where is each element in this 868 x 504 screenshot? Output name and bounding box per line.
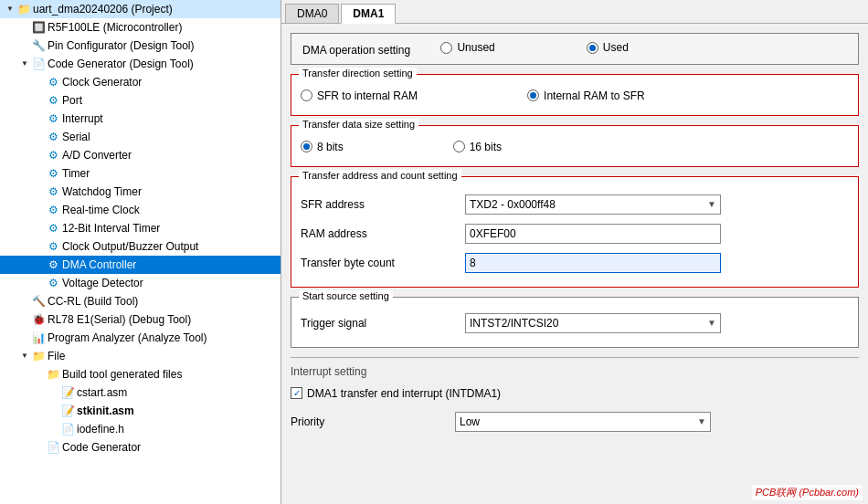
- expand-icon-build-files: [33, 368, 46, 381]
- 8bits-radio[interactable]: [301, 141, 312, 152]
- interrupt-section: Interrupt setting ✓ DMA1 transfer end in…: [291, 357, 859, 436]
- sfr-address-dropdown-arrow[interactable]: ▼: [707, 199, 716, 209]
- project-tree: ▼📁uart_dma20240206 (Project) 🔲R5F100LE (…: [0, 0, 281, 504]
- tree-item-cc-rl[interactable]: 🔨CC-RL (Build Tool): [0, 292, 281, 310]
- tree-item-timer[interactable]: ⚙Timer: [0, 164, 281, 183]
- tree-label-pin-config: Pin Configurator (Design Tool): [48, 37, 195, 54]
- tree-item-code-gen[interactable]: ▼📄Code Generator (Design Tool): [0, 55, 281, 73]
- sfr-address-input[interactable]: TXD2 - 0x000ff48 ▼: [465, 194, 721, 215]
- tree-item-clock-out[interactable]: ⚙Clock Output/Buzzer Output: [0, 237, 281, 256]
- tree-label-voltage: Voltage Detector: [62, 275, 143, 291]
- ram-address-input[interactable]: 0XFEF00: [465, 224, 721, 244]
- folder-icon: 📁: [31, 349, 46, 363]
- expand-icon-clock-out: [33, 240, 46, 253]
- expand-icon-cc-rl: [18, 295, 31, 308]
- tree-label-mcu: R5F100LE (Microcontroller): [48, 19, 182, 36]
- tree-item-watchdog[interactable]: ⚙Watchdog Timer: [0, 183, 281, 201]
- priority-value: Low: [460, 415, 480, 428]
- tree-item-code-gen2[interactable]: 📄Code Generator: [0, 438, 281, 457]
- tab-dma0[interactable]: DMA0: [285, 4, 339, 23]
- tree-item-stkinit[interactable]: 📝stkinit.asm: [0, 402, 281, 420]
- tree-item-mcu[interactable]: 🔲R5F100LE (Microcontroller): [0, 18, 281, 37]
- expand-icon-rtc: [33, 204, 46, 216]
- used-option[interactable]: Used: [587, 41, 629, 54]
- tree-item-dma-ctrl[interactable]: ⚙DMA Controller: [0, 256, 281, 274]
- tree-item-build-files[interactable]: 📁Build tool generated files: [0, 365, 281, 383]
- tree-item-adc[interactable]: ⚙A/D Converter: [0, 146, 281, 164]
- transfer-address-title: Transfer address and count setting: [299, 170, 461, 181]
- gear-icon: ⚙: [46, 75, 60, 89]
- unused-radio[interactable]: [440, 42, 452, 54]
- unused-label: Unused: [457, 41, 494, 54]
- tree-item-interval[interactable]: ⚙12-Bit Interval Timer: [0, 219, 281, 237]
- interrupt-title: Interrupt setting: [291, 365, 859, 378]
- gear-icon: ⚙: [46, 257, 60, 272]
- transfer-data-size-section: Transfer data size setting 8 bits 16 bit…: [291, 125, 859, 167]
- priority-dropdown-arrow[interactable]: ▼: [697, 416, 706, 426]
- tree-item-serial[interactable]: ⚙Serial: [0, 128, 281, 146]
- transfer-direction-section: Transfer direction setting SFR to intern…: [291, 74, 859, 116]
- expand-icon-project: ▼: [4, 3, 16, 16]
- used-label: Used: [603, 41, 629, 54]
- ram-to-sfr-label: Internal RAM to SFR: [544, 89, 645, 102]
- expand-icon-timer: [33, 167, 46, 180]
- tree-label-stkinit: stkinit.asm: [77, 403, 134, 419]
- 16bits-option[interactable]: 16 bits: [453, 141, 502, 153]
- 16bits-radio[interactable]: [453, 141, 465, 152]
- tree-item-cstart[interactable]: 📝cstart.asm: [0, 383, 281, 402]
- right-panel: DMA0 DMA1 DMA operation setting Unused U…: [281, 0, 868, 504]
- sfr-to-ram-option[interactable]: SFR to internal RAM: [301, 89, 418, 102]
- ram-to-sfr-option[interactable]: Internal RAM to SFR: [527, 89, 645, 102]
- sfr-to-ram-radio[interactable]: [301, 89, 312, 101]
- 8bits-option[interactable]: 8 bits: [301, 141, 344, 153]
- expand-icon-rl78-debug: [18, 313, 31, 326]
- expand-icon-file: ▼: [18, 350, 31, 362]
- tree-item-file[interactable]: ▼📁File: [0, 347, 281, 365]
- ram-address-value: 0XFEF00: [470, 227, 516, 240]
- tree-item-project[interactable]: ▼📁uart_dma20240206 (Project): [0, 0, 281, 18]
- priority-input[interactable]: Low ▼: [455, 412, 711, 432]
- expand-icon-code-gen2: [33, 441, 46, 454]
- tree-label-watchdog: Watchdog Timer: [62, 184, 142, 200]
- trigger-signal-input[interactable]: INTST2/INTCSI20 ▼: [465, 313, 721, 333]
- folder-icon: 📁: [46, 367, 60, 382]
- expand-icon-dma-ctrl: [33, 258, 46, 271]
- gear-icon: ⚙: [46, 239, 60, 254]
- expand-icon-clock-gen: [33, 76, 46, 89]
- code-icon: 📄: [46, 440, 60, 455]
- tree-item-rl78-debug[interactable]: 🐞RL78 E1(Serial) (Debug Tool): [0, 310, 281, 329]
- used-radio[interactable]: [587, 42, 598, 54]
- expand-icon-code-gen: ▼: [18, 58, 31, 70]
- tree-item-pin-config[interactable]: 🔧Pin Configurator (Design Tool): [0, 37, 281, 55]
- expand-icon-interrupt: [33, 112, 46, 125]
- tree-label-iodefine: iodefine.h: [77, 421, 124, 437]
- gear-icon: ⚙: [46, 130, 60, 144]
- tab-dma1[interactable]: DMA1: [341, 4, 396, 24]
- expand-icon-program-analyzer: [18, 331, 31, 344]
- tree-item-voltage[interactable]: ⚙Voltage Detector: [0, 274, 281, 292]
- tree-label-port: Port: [62, 92, 82, 109]
- tree-item-clock-gen[interactable]: ⚙Clock Generator: [0, 73, 281, 91]
- tree-label-build-files: Build tool generated files: [62, 366, 182, 383]
- tree-label-interval: 12-Bit Interval Timer: [62, 220, 160, 236]
- tree-item-port[interactable]: ⚙Port: [0, 91, 281, 110]
- gear-icon: ⚙: [46, 148, 60, 163]
- trigger-dropdown-arrow[interactable]: ▼: [707, 318, 716, 328]
- tree-item-program-analyzer[interactable]: 📊Program Analyzer (Analyze Tool): [0, 329, 281, 347]
- byte-count-input[interactable]: 8: [465, 253, 721, 273]
- gear-icon: ⚙: [46, 93, 60, 108]
- tree-item-rtc[interactable]: ⚙Real-time Clock: [0, 201, 281, 219]
- ram-to-sfr-radio[interactable]: [527, 89, 539, 101]
- gear-icon: ⚙: [46, 166, 60, 181]
- project-icon: 📁: [16, 2, 31, 16]
- tree-item-iodefine[interactable]: 📄iodefine.h: [0, 420, 281, 438]
- expand-icon-stkinit: [48, 404, 60, 417]
- tree-label-timer: Timer: [62, 165, 90, 182]
- tree-label-dma-ctrl: DMA Controller: [62, 257, 136, 273]
- sfr-address-value: TXD2 - 0x000ff48: [470, 198, 556, 211]
- file-icon: 📄: [60, 422, 75, 436]
- tree-item-interrupt[interactable]: ⚙Interrupt: [0, 110, 281, 128]
- unused-option[interactable]: Unused: [440, 41, 494, 54]
- transfer-direction-title: Transfer direction setting: [299, 68, 417, 79]
- dma1-interrupt-checkbox[interactable]: ✓: [291, 387, 302, 399]
